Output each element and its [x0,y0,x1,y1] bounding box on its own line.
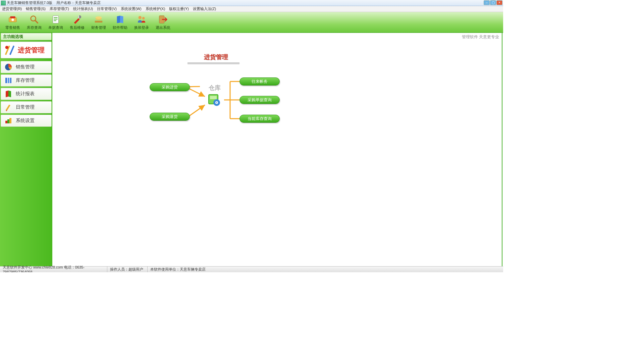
sidebar-item-settings[interactable]: 系统设置 [1,115,52,127]
node-accounts[interactable]: 往来帐务 [239,77,280,85]
toolbar-shift-button[interactable]: 换班登录 [131,13,152,32]
inventory-icon [4,76,12,84]
svg-rect-23 [7,119,9,123]
diagram-title: 进货管理 [190,53,242,61]
sidebar-item-reports[interactable]: 统计报表 [1,88,52,100]
finance-icon [94,14,104,24]
sidebar-header: 主功能选项 [1,33,52,40]
svg-rect-26 [210,96,217,99]
content-right-header: 管理软件 天意更专业 [462,34,499,40]
menu-inventory[interactable]: 库存管理(T) [50,6,69,11]
help-icon [115,14,125,24]
svg-rect-1 [10,16,15,18]
exit-icon [158,14,168,24]
svg-point-29 [216,102,217,103]
menu-maintenance[interactable]: 系统维护(X) [146,6,165,11]
diagram-title-underline [187,62,239,64]
svg-rect-24 [9,118,11,123]
app-icon [1,1,6,5]
status-operator: 操作人员：超级用户 [107,267,148,272]
svg-point-2 [11,18,14,21]
menu-sales[interactable]: 销售管理(S) [26,6,46,11]
status-bar: 天意软件开发中心 www.chle828.com 电话：0635-7987985… [0,266,503,272]
svg-point-14 [139,16,142,19]
toolbar-help-label: 软件帮助 [113,25,127,30]
toolbar-help-button[interactable]: 软件帮助 [109,13,131,32]
warehouse-icon [207,92,222,107]
svg-point-17 [5,46,9,49]
svg-rect-20 [8,78,9,83]
sidebar-active-purchase[interactable]: 进货管理 [1,42,52,58]
sidebar-daily-label: 日常管理 [16,104,35,110]
node-stock-query-label: 当前库存查询 [248,116,272,122]
toolbar-service-label: 售后维修 [70,25,85,30]
toolbar-document-label: 单据查询 [48,25,63,30]
node-order-query-label: 采购单据查询 [248,97,272,103]
svg-rect-19 [5,78,7,83]
diagram-lines [106,53,294,160]
sidebar-reports-label: 统计报表 [16,91,35,97]
menu-settings[interactable]: 系统设置(W) [121,6,142,11]
toolbar-service-button[interactable]: 售后维修 [66,13,88,32]
diagram: 进货管理 采购进货 采购退货 往来帐务 采购单据查询 当前库存查询 仓库 [106,53,294,160]
menu-bar: 进货管理(R) 销售管理(S) 库存管理(T) 统计报表(U) 日常管理(V) … [0,6,503,12]
toolbar-document-button[interactable]: 单据查询 [45,13,66,32]
toolbar-shift-label: 换班登录 [134,25,149,30]
status-company: 天意软件开发中心 www.chle828.com 电话：0635-7987985… [0,267,107,272]
sale-icon [8,14,18,24]
daily-icon [4,103,12,111]
status-unit: 本软件使用单位：天意车辆专卖店 [148,267,503,272]
menu-reports[interactable]: 统计报表(U) [73,6,93,11]
sidebar-item-inventory[interactable]: 库存管理 [1,74,52,86]
toolbar-finance-label: 财务管理 [91,25,106,30]
toolbar-finance-button[interactable]: 财务管理 [88,13,109,32]
user-title: 用户名称：天意车辆专卖店 [56,0,101,5]
node-purchase-return[interactable]: 采购退货 [150,113,190,121]
reports-icon [4,90,12,98]
sidebar-item-daily[interactable]: 日常管理 [1,101,52,113]
sales-icon [4,63,12,71]
svg-point-15 [142,17,145,20]
toolbar-inventory-label: 库存查询 [27,25,42,30]
toolbar-exit-button[interactable]: 退出系统 [152,13,174,32]
sidebar: 主功能选项 进货管理 销售管理 库存管理 统计报表 日常管理 系统设置 [0,33,52,266]
toolbar-sale-label: 零售销售 [5,25,20,30]
menu-ime[interactable]: 设置输入法(Z) [193,6,216,11]
content-area: 管理软件 天意更专业 进货管理 采购进货 采购退货 往来帐务 采购单据查询 [52,33,502,266]
node-purchase-in-label: 采购进货 [162,84,178,90]
document-query-icon [51,14,61,24]
svg-line-4 [35,20,38,23]
menu-daily[interactable]: 日常管理(V) [97,6,117,11]
minimize-button[interactable]: – [484,0,490,5]
sidebar-inventory-label: 库存管理 [16,77,35,83]
menu-purchase[interactable]: 进货管理(R) [2,6,22,11]
svg-rect-11 [95,21,103,23]
node-stock-query[interactable]: 当前库存查询 [239,115,280,123]
toolbar-sale-button[interactable]: 零售销售 [2,13,23,32]
close-button[interactable]: × [496,0,502,5]
shift-login-icon [137,14,147,24]
sidebar-active-label: 进货管理 [18,46,45,55]
warehouse-label: 仓库 [209,84,221,92]
toolbar-inventory-button[interactable]: 库存查询 [23,13,45,32]
svg-point-13 [96,16,102,19]
sidebar-settings-label: 系统设置 [16,118,35,124]
main-area: 主功能选项 进货管理 销售管理 库存管理 统计报表 日常管理 系统设置 管理软件… [0,33,502,266]
toolbar: 零售销售 库存查询 单据查询 售后维修 财务管理 软件帮助 换班登录 退出系统 [0,12,503,33]
sidebar-sales-label: 销售管理 [16,64,35,70]
svg-rect-10 [78,16,79,18]
node-purchase-return-label: 采购退货 [162,114,178,120]
node-purchase-in[interactable]: 采购进货 [150,83,190,91]
svg-rect-22 [5,121,7,123]
after-service-icon [72,14,82,24]
inventory-query-icon [29,14,39,24]
node-order-query[interactable]: 采购单据查询 [239,96,280,104]
maximize-button[interactable]: ▢ [490,0,496,5]
app-title: 天意车辆销售管理系统7.0版 [7,0,52,5]
sidebar-item-sales[interactable]: 销售管理 [1,61,52,73]
menu-register[interactable]: 版权注册(Y) [169,6,189,11]
node-accounts-label: 往来帐务 [252,79,268,84]
svg-rect-21 [10,78,11,83]
toolbar-exit-label: 退出系统 [156,25,170,30]
title-bar: 天意车辆销售管理系统7.0版 用户名称：天意车辆专卖店 – ▢ × [0,0,503,6]
